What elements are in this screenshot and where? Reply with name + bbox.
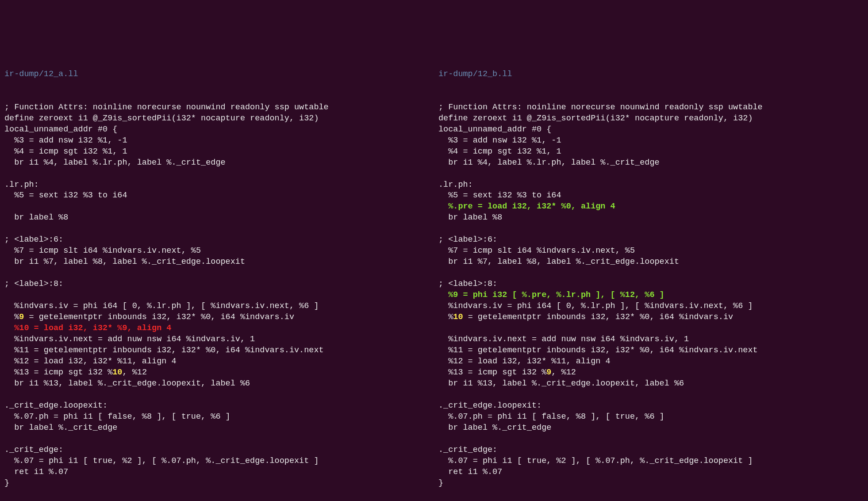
code-line bbox=[4, 224, 430, 235]
code-segment: 9 bbox=[19, 312, 24, 322]
code-line bbox=[4, 434, 430, 445]
code-line bbox=[4, 201, 430, 212]
code-line: br i1 %13, label %._crit_edge.loopexit, … bbox=[4, 378, 430, 389]
code-line: br i1 %7, label %8, label %._crit_edge.l… bbox=[438, 257, 864, 268]
left-pane: ir-dump/12_a.ll ; Function Attrs: noinli… bbox=[4, 47, 430, 501]
code-line: br i1 %7, label %8, label %._crit_edge.l… bbox=[4, 257, 430, 268]
code-line: %12 = load i32, i32* %11, align 4 bbox=[438, 356, 864, 367]
code-segment: %13 = icmp sgt i32 % bbox=[4, 368, 112, 377]
code-line: %5 = sext i32 %3 to i64 bbox=[438, 190, 864, 201]
code-segment: = getelementptr inbounds i32, i32* %0, i… bbox=[24, 312, 294, 322]
code-line: ; <label>:6: bbox=[438, 235, 864, 246]
code-line: %.07 = phi i1 [ true, %2 ], [ %.07.ph, %… bbox=[438, 456, 864, 467]
code-segment: 10 bbox=[453, 312, 463, 322]
code-line: %11 = getelementptr inbounds i32, i32* %… bbox=[438, 345, 864, 356]
code-line: ._crit_edge: bbox=[4, 445, 430, 456]
code-line: br i1 %4, label %.lr.ph, label %._crit_e… bbox=[438, 158, 864, 169]
code-segment: 10 bbox=[112, 368, 122, 377]
code-line: .lr.ph: bbox=[438, 180, 864, 191]
code-line: } bbox=[4, 478, 430, 489]
code-line: %5 = sext i32 %3 to i64 bbox=[4, 190, 430, 201]
code-line: %4 = icmp sgt i32 %1, 1 bbox=[4, 146, 430, 158]
code-line: %3 = add nsw i32 %1, -1 bbox=[4, 135, 430, 146]
code-line bbox=[4, 389, 430, 401]
code-line: %9 = getelementptr inbounds i32, i32* %0… bbox=[4, 312, 430, 323]
code-line: br label %._crit_edge bbox=[438, 423, 864, 434]
code-line: ret i1 %.07 bbox=[4, 467, 430, 478]
code-line: br i1 %4, label %.lr.ph, label %._crit_e… bbox=[4, 158, 430, 169]
right-filename: ir-dump/12_b.ll bbox=[438, 69, 864, 80]
code-line: define zeroext i1 @_Z9is_sortedPii(i32* … bbox=[4, 113, 430, 124]
code-line: ; Function Attrs: noinline norecurse nou… bbox=[438, 102, 864, 113]
code-line: ret i1 %.07 bbox=[438, 467, 864, 478]
code-segment: , %12 bbox=[551, 368, 576, 377]
code-line: ; <label>:6: bbox=[4, 235, 430, 246]
code-segment: %13 = icmp sgt i32 % bbox=[438, 368, 546, 377]
code-line: %7 = icmp slt i64 %indvars.iv.next, %5 bbox=[438, 246, 864, 257]
code-line: %indvars.iv.next = add nuw nsw i64 %indv… bbox=[4, 334, 430, 345]
code-line: %13 = icmp sgt i32 %10, %12 bbox=[4, 367, 430, 378]
code-line: %3 = add nsw i32 %1, -1 bbox=[438, 135, 864, 146]
code-line bbox=[438, 268, 864, 279]
left-filename: ir-dump/12_a.ll bbox=[4, 69, 430, 80]
code-segment: % bbox=[438, 312, 453, 322]
code-line: %11 = getelementptr inbounds i32, i32* %… bbox=[4, 345, 430, 356]
code-line: ; Function Attrs: noinline norecurse nou… bbox=[4, 102, 430, 113]
code-line: local_unnamed_addr #0 { bbox=[4, 124, 430, 135]
code-line: .lr.ph: bbox=[4, 180, 430, 191]
code-line: %7 = icmp slt i64 %indvars.iv.next, %5 bbox=[4, 246, 430, 257]
code-line: br label %8 bbox=[438, 212, 864, 224]
code-line: br label %8 bbox=[4, 212, 430, 224]
code-line: ._crit_edge: bbox=[438, 445, 864, 456]
code-line: %.07.ph = phi i1 [ false, %8 ], [ true, … bbox=[4, 412, 430, 423]
code-line bbox=[4, 290, 430, 301]
code-segment: 9 bbox=[546, 368, 551, 377]
code-line: %indvars.iv = phi i64 [ 0, %.lr.ph ], [ … bbox=[4, 301, 430, 312]
code-line: %indvars.iv = phi i64 [ 0, %.lr.ph ], [ … bbox=[438, 301, 864, 312]
code-line: } bbox=[438, 478, 864, 489]
code-segment: , %12 bbox=[122, 368, 147, 377]
code-line: %.pre = load i32, i32* %0, align 4 bbox=[438, 201, 864, 212]
code-line: ; <label>:8: bbox=[4, 279, 430, 290]
code-line bbox=[438, 224, 864, 235]
code-line: %.07 = phi i1 [ true, %2 ], [ %.07.ph, %… bbox=[4, 456, 430, 467]
code-line: %4 = icmp sgt i32 %1, 1 bbox=[438, 146, 864, 158]
code-line: %12 = load i32, i32* %11, align 4 bbox=[4, 356, 430, 367]
left-code: ; Function Attrs: noinline norecurse nou… bbox=[4, 102, 430, 489]
code-line bbox=[4, 169, 430, 180]
code-line: %9 = phi i32 [ %.pre, %.lr.ph ], [ %12, … bbox=[438, 290, 864, 301]
code-line: %13 = icmp sgt i32 %9, %12 bbox=[438, 367, 864, 378]
code-line: %indvars.iv.next = add nuw nsw i64 %indv… bbox=[438, 334, 864, 345]
code-line: br label %._crit_edge bbox=[4, 423, 430, 434]
code-segment: % bbox=[4, 312, 19, 322]
code-line: local_unnamed_addr #0 { bbox=[438, 124, 864, 135]
diff-container: ir-dump/12_a.ll ; Function Attrs: noinli… bbox=[4, 47, 864, 501]
code-line: br i1 %13, label %._crit_edge.loopexit, … bbox=[438, 378, 864, 389]
code-line: %10 = getelementptr inbounds i32, i32* %… bbox=[438, 312, 864, 323]
code-line: define zeroext i1 @_Z9is_sortedPii(i32* … bbox=[438, 113, 864, 124]
code-line bbox=[438, 169, 864, 180]
code-line: ; <label>:8: bbox=[438, 279, 864, 290]
right-code: ; Function Attrs: noinline norecurse nou… bbox=[438, 102, 864, 489]
right-pane: ir-dump/12_b.ll ; Function Attrs: noinli… bbox=[438, 47, 864, 501]
code-line bbox=[438, 434, 864, 445]
code-line bbox=[438, 389, 864, 401]
code-line bbox=[438, 323, 864, 334]
code-line: %.07.ph = phi i1 [ false, %8 ], [ true, … bbox=[438, 412, 864, 423]
code-segment: = getelementptr inbounds i32, i32* %0, i… bbox=[463, 312, 734, 322]
code-line bbox=[4, 268, 430, 279]
code-line: ._crit_edge.loopexit: bbox=[4, 401, 430, 412]
code-line: ._crit_edge.loopexit: bbox=[438, 401, 864, 412]
code-line: %10 = load i32, i32* %9, align 4 bbox=[4, 323, 430, 334]
